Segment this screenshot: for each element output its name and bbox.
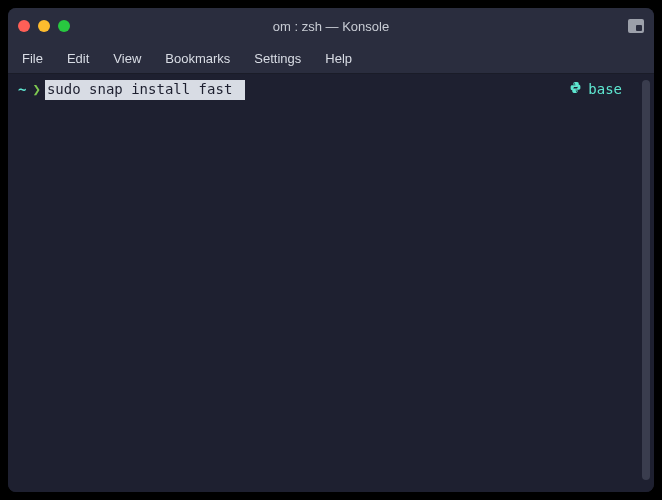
- minimize-icon[interactable]: [38, 20, 50, 32]
- prompt-cwd: ~: [18, 80, 26, 100]
- new-tab-icon[interactable]: [628, 19, 644, 33]
- menu-file[interactable]: File: [16, 47, 55, 70]
- env-status: base: [569, 80, 622, 100]
- python-icon: [569, 81, 582, 99]
- menu-settings[interactable]: Settings: [242, 47, 313, 70]
- menu-help[interactable]: Help: [313, 47, 364, 70]
- menu-edit[interactable]: Edit: [55, 47, 101, 70]
- env-label: base: [588, 80, 622, 100]
- prompt-line: ~ ❯ sudo snap install fast: [18, 80, 644, 100]
- terminal-window: om : zsh — Konsole File Edit View Bookma…: [8, 8, 654, 492]
- menubar: File Edit View Bookmarks Settings Help: [8, 44, 654, 74]
- menu-view[interactable]: View: [101, 47, 153, 70]
- menu-bookmarks[interactable]: Bookmarks: [153, 47, 242, 70]
- scrollbar[interactable]: [642, 80, 650, 480]
- close-icon[interactable]: [18, 20, 30, 32]
- window-controls: [18, 20, 70, 32]
- titlebar[interactable]: om : zsh — Konsole: [8, 8, 654, 44]
- prompt-symbol: ❯: [32, 80, 40, 100]
- terminal-area[interactable]: ~ ❯ sudo snap install fast base: [8, 74, 654, 492]
- command-text: sudo snap install fast: [45, 80, 245, 100]
- maximize-icon[interactable]: [58, 20, 70, 32]
- window-title: om : zsh — Konsole: [8, 19, 654, 34]
